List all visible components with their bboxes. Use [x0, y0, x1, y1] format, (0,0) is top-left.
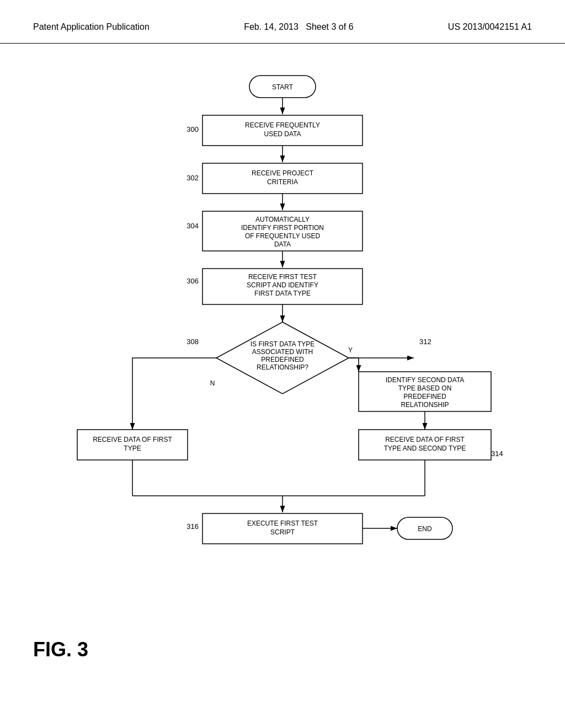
page-header: Patent Application Publication Feb. 14, … [0, 0, 565, 44]
n314-text: RECEIVE DATA OF FIRST [385, 436, 465, 443]
n300-text: RECEIVE FREQUENTLY [245, 121, 320, 129]
arrow-308-310 [132, 358, 216, 430]
header-center: Feb. 14, 2013 Sheet 3 of 6 [244, 22, 353, 32]
n302-label: 302 [186, 174, 199, 182]
n310-text: RECEIVE DATA OF FIRST [93, 436, 172, 443]
n306-text: RECEIVE FIRST TEST [248, 273, 317, 281]
n314-label: 314 [491, 449, 503, 458]
svg-text:USED DATA: USED DATA [264, 130, 301, 138]
svg-text:PREDEFINED: PREDEFINED [261, 356, 304, 363]
n300-label: 300 [186, 125, 199, 133]
n308-label: 308 [186, 338, 199, 346]
svg-text:OF FREQUENTLY USED: OF FREQUENTLY USED [245, 232, 321, 240]
n302-text: RECEIVE PROJECT [252, 169, 314, 177]
n312-label: 312 [419, 338, 431, 346]
start-label: START [272, 83, 294, 91]
svg-text:IDENTIFY FIRST PORTION: IDENTIFY FIRST PORTION [241, 224, 324, 232]
svg-text:FIRST DATA TYPE: FIRST DATA TYPE [254, 290, 311, 297]
svg-text:ASSOCIATED WITH: ASSOCIATED WITH [252, 348, 313, 356]
svg-text:TYPE BASED ON: TYPE BASED ON [398, 384, 452, 392]
svg-text:SCRIPT AND IDENTIFY: SCRIPT AND IDENTIFY [247, 281, 318, 289]
n304-label: 304 [186, 222, 199, 230]
n-label: N [210, 379, 215, 387]
n316-text: EXECUTE FIRST TEST [247, 520, 318, 527]
svg-text:PREDEFINED: PREDEFINED [403, 393, 446, 400]
svg-text:RELATIONSHIP?: RELATIONSHIP? [257, 363, 308, 371]
svg-text:CRITERIA: CRITERIA [267, 178, 298, 186]
header-right: US 2013/0042151 A1 [448, 22, 532, 32]
svg-text:TYPE: TYPE [124, 445, 141, 452]
n306-label: 306 [186, 277, 199, 285]
n304-text: AUTOMATICALLY [255, 216, 310, 223]
header-left: Patent Application Publication [33, 22, 150, 32]
n308-text: IS FIRST DATA TYPE [250, 340, 315, 348]
svg-text:SCRIPT: SCRIPT [270, 528, 295, 536]
svg-text:DATA: DATA [274, 240, 291, 248]
y-label: Y [348, 346, 353, 354]
n312-text: IDENTIFY SECOND DATA [386, 376, 465, 384]
diagram-area: text { font-family: Arial, sans-serif; f… [0, 44, 565, 705]
svg-text:TYPE AND SECOND TYPE: TYPE AND SECOND TYPE [384, 445, 466, 452]
n316-label: 316 [186, 522, 199, 531]
fig-label: FIG. 3 [33, 638, 88, 661]
svg-text:RELATIONSHIP: RELATIONSHIP [401, 401, 449, 409]
end-label: END [418, 525, 432, 533]
